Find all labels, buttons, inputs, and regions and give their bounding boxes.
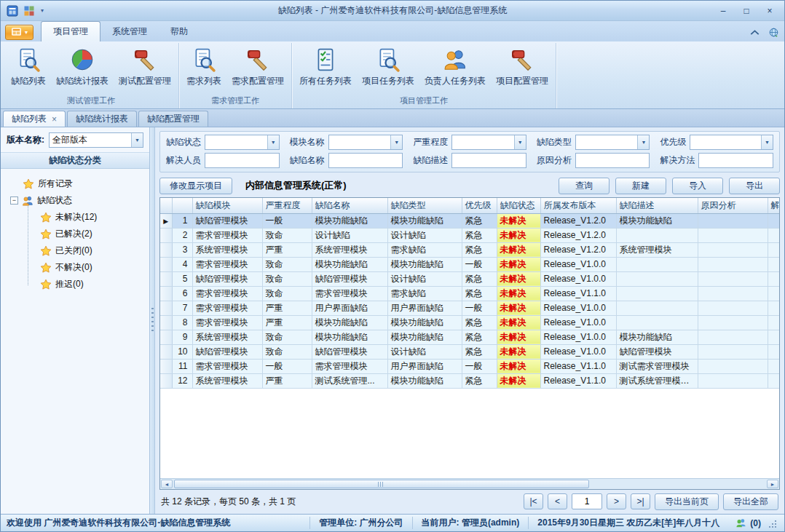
ribbon-tab-project-management[interactable]: 项目管理 [41,21,100,41]
row-indicator-header [160,198,172,213]
filter-label-cause-analysis: 原因分析 [537,154,572,167]
table-row[interactable]: 2需求管理模块致命设计缺陷设计缺陷紧急未解决Release_V1.2.0 [160,228,779,242]
filter-combo-defect-type[interactable]: ▼ [575,135,650,150]
scrollbar-thumb[interactable] [174,480,589,488]
all-task-list-button[interactable]: 所有任务列表 [294,44,357,89]
app-window-icon[interactable] [5,4,20,18]
page-number-input[interactable] [572,493,602,509]
doc-tab-defect-config-management[interactable]: 缺陷配置管理 [138,111,208,127]
column-header-severity[interactable]: 严重程度 [262,198,312,213]
tree-node-defect-status[interactable]: − 缺陷状态 [5,192,145,209]
next-page-button[interactable]: > [607,493,626,509]
cell-defect-status: 未解决 [497,301,540,315]
cell-defect-module: 系统管理模块 [192,330,262,344]
scroll-right-icon[interactable]: ► [767,480,778,488]
filter-input-resolver[interactable] [205,153,280,168]
requirement-config-management-button[interactable]: 需求配置管理 [226,44,289,89]
tree-node-label: 推迟(0) [55,278,84,290]
export-all-button[interactable]: 导出全部 [723,493,778,510]
cell-defect-description: 模块功能缺陷 [616,330,698,344]
import-button[interactable]: 导入 [672,178,723,194]
defect-list-button[interactable]: 缺陷列表 [6,44,51,89]
filter-combo-priority[interactable]: ▼ [690,135,773,150]
modify-display-button[interactable]: 修改显示项目 [159,178,232,194]
tree-node-unresolved[interactable]: 未解决(12) [5,209,145,226]
doc-tab-defect-list[interactable]: 缺陷列表 × [3,111,66,127]
tree-node-all-records[interactable]: 所有记录 [5,175,145,192]
export-button[interactable]: 导出 [729,178,780,194]
column-header-defect-status[interactable]: 缺陷状态 [497,198,540,213]
filter-input-defect-name[interactable] [328,153,403,168]
column-header-defect-description[interactable]: 缺陷描述 [616,198,698,213]
row-indicator [160,242,172,257]
defect-statistics-report-button[interactable]: 缺陷统计报表 [51,44,114,89]
prev-page-button[interactable]: < [548,493,567,509]
filter-combo-module-name[interactable]: ▼ [328,135,403,150]
last-page-button[interactable]: >| [631,493,650,509]
close-tab-icon[interactable]: × [52,115,57,124]
column-header-release-version[interactable]: 所属发布版本 [540,198,616,213]
table-row[interactable]: 8需求管理模块严重模块功能缺陷模块功能缺陷紧急未解决Release_V1.0.0 [160,315,779,330]
owner-task-list-button[interactable]: 负责人任务列表 [419,44,491,89]
ribbon-right-controls [748,26,780,38]
new-button[interactable]: 新建 [615,178,666,194]
layout-grid-icon[interactable] [22,4,36,18]
table-row[interactable]: 10缺陷管理模块致命缺陷管理模块设计缺陷紧急未解决Release_V1.0.0缺… [160,344,779,359]
filter-combo-severity[interactable]: ▼ [451,135,526,150]
first-page-button[interactable]: |< [524,493,543,509]
cell-release-version: Release_V1.0.0 [540,330,616,344]
column-header-defect-type[interactable]: 缺陷类型 [387,198,462,213]
star-icon [40,245,52,257]
version-combobox[interactable]: 全部版本 ▼ [49,132,143,148]
column-header-cause-analysis[interactable]: 原因分析 [698,198,768,213]
minimize-button[interactable]: – [712,4,734,18]
column-header-defect-name[interactable]: 缺陷名称 [312,198,387,213]
help-globe-icon[interactable] [767,26,780,38]
table-row[interactable]: 3系统管理模块严重系统管理模块需求缺陷紧急未解决Release_V1.2.0系统… [160,242,779,257]
cell-release-version: Release_V1.1.0 [540,286,616,301]
resize-grip[interactable] [767,518,777,528]
table-row[interactable]: 9系统管理模块致命模块功能缺陷模块功能缺陷紧急未解决Release_V1.0.0… [160,330,779,344]
ribbon-tab-help[interactable]: 帮助 [159,22,200,41]
tree-node-postponed[interactable]: 推迟(0) [5,276,145,293]
table-row[interactable]: 12系统管理模块严重测试系统管理...模块功能缺陷紧急未解决Release_V1… [160,373,779,388]
project-task-list-button[interactable]: 项目任务列表 [357,44,419,89]
cell-defect-status: 未解决 [497,242,540,257]
close-button[interactable]: × [759,4,781,18]
table-row[interactable]: 6需求管理模块致命需求管理模块需求缺陷紧急未解决Release_V1.1.0 [160,286,779,301]
collapse-ribbon-icon[interactable] [748,26,761,38]
app-menu-button[interactable]: ▾ [5,25,33,40]
cell-cause-analysis [698,242,768,257]
filter-input-defect-description[interactable] [451,153,526,168]
splitter[interactable] [150,127,155,514]
column-header-defect-module[interactable]: 缺陷模块 [192,198,262,213]
quick-access-dropdown-icon[interactable]: ▾ [39,7,46,14]
test-config-management-button[interactable]: 测试配置管理 [114,44,176,89]
horizontal-scrollbar[interactable]: ◄ ► [160,478,779,489]
table-row[interactable]: 7需求管理模块严重用户界面缺陷用户界面缺陷一般未解决Release_V1.0.0 [160,301,779,315]
tree-node-resolved[interactable]: 已解决(2) [5,226,145,242]
ribbon-tab-system-management[interactable]: 系统管理 [100,22,159,41]
filter-combo-defect-status[interactable]: ▼ [205,135,280,150]
requirement-list-button[interactable]: 需求列表 [181,44,226,89]
table-header-row: 缺陷模块严重程度缺陷名称缺陷类型优先级缺陷状态所属发布版本缺陷描述原因分析解决方… [160,198,779,213]
query-button[interactable]: 查询 [559,178,610,194]
table-row[interactable]: ▶1缺陷管理模块一般模块功能缺陷模块功能缺陷紧急未解决Release_V1.2.… [160,213,779,228]
column-header-solution[interactable]: 解决方法 [768,198,779,213]
filter-input-cause-analysis[interactable] [575,153,650,168]
project-config-management-button[interactable]: 项目配置管理 [491,44,553,89]
collapse-node-icon[interactable]: − [10,196,18,205]
dropdown-arrow-icon[interactable]: ▼ [131,133,143,147]
doc-tab-defect-statistics-report[interactable]: 缺陷统计报表 [67,111,137,127]
column-header-priority[interactable]: 优先级 [462,198,497,213]
table-row[interactable]: 11需求管理模块一般需求管理模块用户界面缺陷一般未解决Release_V1.1.… [160,359,779,373]
export-current-page-button[interactable]: 导出当前页 [655,493,719,510]
scroll-left-icon[interactable]: ◄ [161,480,173,488]
table-row[interactable]: 5缺陷管理模块致命缺陷管理模块设计缺陷紧急未解决Release_V1.0.0 [160,271,779,286]
filter-input-solution[interactable] [698,153,773,168]
maximize-button[interactable]: □ [735,4,757,18]
scrollbar-track[interactable] [173,480,766,488]
tree-node-closed[interactable]: 已关闭(0) [5,242,145,259]
table-row[interactable]: 4需求管理模块致命模块功能缺陷模块功能缺陷一般未解决Release_V1.0.0 [160,257,779,271]
tree-node-wont-fix[interactable]: 不解决(0) [5,259,145,276]
